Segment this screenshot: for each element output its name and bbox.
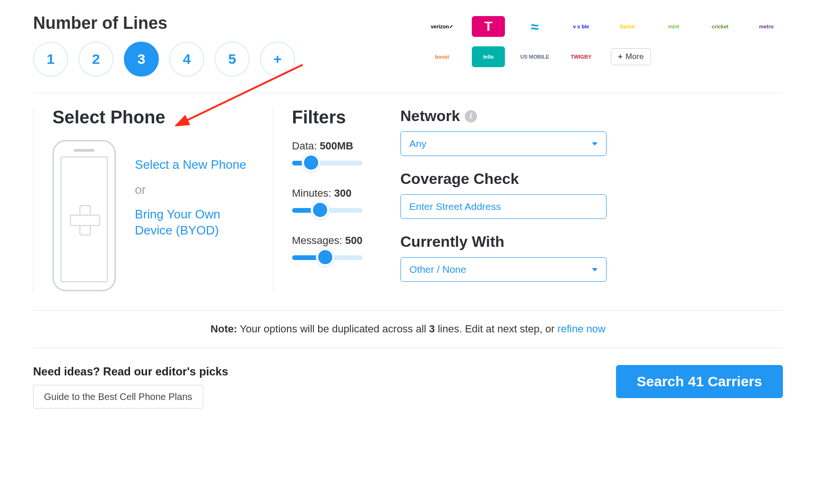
ideas-heading: Need ideas? Read our editor's picks bbox=[33, 365, 228, 378]
coverage-heading: Coverage Check bbox=[400, 170, 607, 188]
caret-down-icon bbox=[592, 142, 598, 146]
currently-dropdown[interactable]: Other / None bbox=[400, 257, 607, 282]
data-slider[interactable] bbox=[292, 158, 363, 167]
filter-data: Data: 500MB bbox=[292, 140, 363, 167]
carrier-logo-boost[interactable]: boost bbox=[425, 46, 459, 67]
line-button-+[interactable]: + bbox=[260, 42, 295, 77]
line-button-5[interactable]: 5 bbox=[215, 42, 250, 77]
network-heading: Networki bbox=[400, 107, 607, 125]
filters-column: Filters Data: 500MB Minutes: 300 Message… bbox=[273, 107, 382, 291]
messages-slider[interactable] bbox=[292, 252, 363, 262]
carrier-logo-tello[interactable]: tello bbox=[472, 46, 505, 67]
note-row: Note: Your options will be duplicated ac… bbox=[33, 311, 783, 348]
filter-messages: Messages: 500 bbox=[292, 235, 363, 262]
data-value: 500MB bbox=[320, 140, 353, 152]
right-column: Networki Any Coverage Check Currently Wi… bbox=[382, 107, 607, 291]
refine-now-link[interactable]: refine now bbox=[557, 323, 606, 335]
line-button-3[interactable]: 3 bbox=[124, 42, 159, 77]
carrier-logos: verizon✓T≈v s bleSprintmintcricketmetro … bbox=[425, 13, 783, 67]
select-phone-heading: Select Phone bbox=[52, 107, 254, 128]
phone-outline-icon[interactable] bbox=[52, 140, 116, 291]
line-button-4[interactable]: 4 bbox=[169, 42, 204, 77]
carrier-logo-cricket[interactable]: cricket bbox=[703, 16, 737, 37]
select-phone-column: Select Phone Select a New Phone or Bring… bbox=[33, 107, 273, 291]
or-text: or bbox=[135, 182, 253, 197]
caret-down-icon bbox=[592, 268, 598, 271]
plus-icon bbox=[70, 205, 98, 234]
plus-icon: + bbox=[618, 52, 623, 61]
coverage-address-input[interactable] bbox=[400, 194, 607, 219]
search-carriers-button[interactable]: Search 41 Carriers bbox=[616, 365, 783, 398]
select-new-phone-link[interactable]: Select a New Phone bbox=[135, 157, 253, 173]
line-button-1[interactable]: 1 bbox=[33, 42, 68, 77]
network-value: Any bbox=[409, 138, 426, 149]
carrier-logo-metro[interactable]: metro bbox=[750, 16, 783, 37]
minutes-slider[interactable] bbox=[292, 205, 363, 215]
carrier-logo-usmobile[interactable]: US MOBILE bbox=[518, 46, 551, 67]
carrier-logo-mint[interactable]: mint bbox=[657, 16, 690, 37]
lines-heading: Number of Lines bbox=[33, 13, 295, 33]
guide-button[interactable]: Guide to the Best Cell Phone Plans bbox=[33, 385, 203, 408]
currently-heading: Currently With bbox=[400, 233, 607, 251]
minutes-value: 300 bbox=[334, 187, 352, 199]
currently-value: Other / None bbox=[409, 264, 466, 275]
filter-minutes: Minutes: 300 bbox=[292, 187, 363, 215]
line-button-2[interactable]: 2 bbox=[78, 42, 113, 77]
messages-value: 500 bbox=[345, 235, 363, 246]
carrier-logo-twigby[interactable]: TWIGBY bbox=[564, 46, 598, 67]
carrier-logo-tmobile[interactable]: T bbox=[472, 16, 505, 37]
byod-link[interactable]: Bring Your Own Device (BYOD) bbox=[135, 207, 253, 239]
info-icon[interactable]: i bbox=[465, 110, 477, 122]
filters-heading: Filters bbox=[292, 107, 363, 128]
carrier-logo-sprint[interactable]: Sprint bbox=[611, 16, 644, 37]
lines-section: Number of Lines 12345+ bbox=[33, 13, 295, 77]
line-buttons: 12345+ bbox=[33, 42, 295, 77]
network-dropdown[interactable]: Any bbox=[400, 131, 607, 156]
carrier-logo-verizon[interactable]: verizon✓ bbox=[425, 16, 459, 37]
carrier-logo-visible[interactable]: v s ble bbox=[564, 16, 598, 37]
ideas-section: Need ideas? Read our editor's picks Guid… bbox=[33, 365, 228, 408]
carrier-logo-att[interactable]: ≈ bbox=[518, 16, 551, 37]
more-carriers-button[interactable]: +More bbox=[611, 48, 651, 65]
